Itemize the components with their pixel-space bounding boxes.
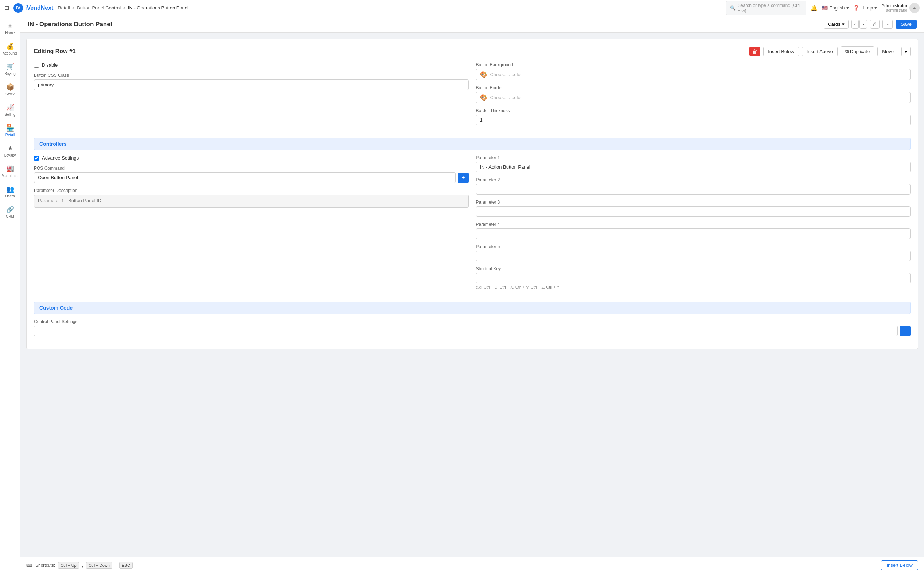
sidebar-item-label: Selling bbox=[5, 113, 15, 117]
sidebar-item-accounts[interactable]: 💰 Accounts bbox=[2, 39, 19, 58]
controllers-left: Advance Settings POS Command + Parameter… bbox=[34, 155, 469, 294]
breadcrumb: Retail > Button Panel Control > IN - Ope… bbox=[58, 5, 722, 11]
page-header-actions: Cards ▾ ‹ › ⎙ ··· Save bbox=[824, 20, 917, 29]
cards-label: Cards bbox=[828, 22, 841, 27]
control-panel-input[interactable] bbox=[34, 326, 898, 336]
user-sub: administrator bbox=[882, 8, 907, 13]
crm-icon: 🔗 bbox=[6, 205, 14, 213]
row-header: Editing Row #1 🗑 Insert Below Insert Abo… bbox=[34, 46, 910, 56]
search-bar[interactable]: 🔍 Search or type a command (Ctrl + G) bbox=[726, 1, 806, 15]
css-class-input[interactable] bbox=[34, 80, 469, 90]
breadcrumb-module[interactable]: Retail bbox=[58, 5, 70, 11]
sidebar-item-label: CRM bbox=[6, 214, 14, 219]
sidebar-item-manufacturing[interactable]: 🏭 Manufac... bbox=[2, 162, 19, 181]
expand-button[interactable]: ▾ bbox=[901, 47, 910, 56]
param-description-value: Parameter 1 - Button Panel ID bbox=[34, 194, 469, 208]
pos-command-field: POS Command + bbox=[34, 166, 469, 183]
control-panel-add-button[interactable]: + bbox=[900, 326, 910, 336]
app-logo[interactable]: iV iVendNext bbox=[14, 3, 53, 13]
sidebar-item-retail[interactable]: 🏪 Retail bbox=[2, 121, 19, 140]
more-button[interactable]: ··· bbox=[882, 20, 893, 29]
border-thickness-label: Border Thickness bbox=[476, 108, 911, 113]
control-panel-input-row: + bbox=[34, 326, 910, 336]
language-selector[interactable]: 🇺🇸 English ▾ bbox=[822, 5, 849, 11]
pos-command-label: POS Command bbox=[34, 166, 469, 171]
shortcut-key-field: Shortcut Key e.g. Ctrl + C, Ctrl + X, Ct… bbox=[476, 266, 911, 289]
loyalty-icon: ★ bbox=[7, 144, 13, 152]
left-column: Disable Button CSS Class bbox=[34, 62, 469, 130]
border-thickness-input[interactable] bbox=[476, 115, 911, 125]
sidebar-item-crm[interactable]: 🔗 CRM bbox=[2, 202, 19, 221]
duplicate-label: Duplicate bbox=[850, 49, 870, 54]
insert-below-button[interactable]: Insert Below bbox=[763, 47, 799, 56]
notifications-icon[interactable]: 🔔 bbox=[811, 5, 817, 11]
param3-label: Parameter 3 bbox=[476, 200, 911, 205]
css-class-field: Button CSS Class bbox=[34, 73, 469, 90]
user-name: Administrator bbox=[882, 3, 907, 8]
param3-field: Parameter 3 bbox=[476, 200, 911, 217]
grid-icon[interactable]: ⊞ bbox=[5, 5, 9, 11]
sidebar-item-label: Home bbox=[5, 31, 15, 35]
help-chevron-icon: ▾ bbox=[874, 5, 877, 11]
param2-label: Parameter 2 bbox=[476, 177, 911, 183]
cards-button[interactable]: Cards ▾ bbox=[824, 20, 849, 29]
sidebar-item-stock[interactable]: 📦 Stock bbox=[2, 80, 19, 99]
sidebar-item-buying[interactable]: 🛒 Buying bbox=[2, 60, 19, 79]
main-fields: Disable Button CSS Class Button Backgrou… bbox=[34, 62, 910, 130]
controllers-title: Controllers bbox=[39, 141, 67, 147]
advance-settings-checkbox[interactable] bbox=[34, 155, 39, 161]
move-button[interactable]: Move bbox=[877, 47, 899, 56]
shortcut-esc: ESC bbox=[119, 562, 133, 568]
logo-icon: iV bbox=[14, 3, 23, 13]
border-color-placeholder: Choose a color bbox=[490, 95, 522, 100]
param5-input[interactable] bbox=[476, 250, 911, 261]
main-area: IN - Operations Button Panel Cards ▾ ‹ ›… bbox=[20, 16, 924, 573]
sidebar-item-users[interactable]: 👥 Users bbox=[2, 182, 19, 201]
nav-actions: 🔔 🇺🇸 English ▾ ❓ Help ▾ Administrator ad… bbox=[811, 3, 919, 13]
user-menu[interactable]: Administrator administrator A bbox=[882, 3, 919, 13]
shortcut-ctrl-down: Ctrl + Down bbox=[86, 562, 112, 568]
color-wheel-icon: 🎨 bbox=[480, 71, 487, 78]
advance-settings-label: Advance Settings bbox=[42, 155, 79, 161]
save-button[interactable]: Save bbox=[896, 20, 917, 29]
buying-icon: 🛒 bbox=[6, 63, 14, 70]
param4-input[interactable] bbox=[476, 229, 911, 239]
print-button[interactable]: ⎙ bbox=[870, 20, 880, 29]
param1-input[interactable] bbox=[476, 162, 911, 172]
duplicate-button[interactable]: ⧉ Duplicate bbox=[841, 46, 874, 56]
delete-button[interactable]: 🗑 bbox=[750, 47, 760, 56]
button-background-color[interactable]: 🎨 Choose a color bbox=[476, 69, 911, 80]
param3-input[interactable] bbox=[476, 206, 911, 217]
help-button[interactable]: Help ▾ bbox=[863, 5, 877, 11]
stock-icon: 📦 bbox=[6, 83, 14, 91]
button-background-label: Button Background bbox=[476, 62, 911, 67]
param4-label: Parameter 4 bbox=[476, 222, 911, 227]
disable-checkbox[interactable] bbox=[34, 63, 39, 68]
advance-settings-row: Advance Settings bbox=[34, 155, 469, 161]
shortcut-key-input[interactable] bbox=[476, 273, 911, 283]
shortcut-sep1: , bbox=[82, 563, 83, 568]
next-arrow[interactable]: › bbox=[860, 20, 867, 29]
param-description-field: Parameter Description Parameter 1 - Butt… bbox=[34, 188, 469, 208]
prev-arrow[interactable]: ‹ bbox=[852, 20, 859, 29]
sidebar-item-home[interactable]: ⊞ Home bbox=[2, 19, 19, 38]
accounts-icon: 💰 bbox=[6, 42, 14, 50]
sidebar-item-label: Buying bbox=[5, 72, 16, 76]
selling-icon: 📈 bbox=[6, 103, 14, 111]
shortcuts-insert-below-button[interactable]: Insert Below bbox=[881, 560, 918, 570]
sidebar-item-selling[interactable]: 📈 Selling bbox=[2, 100, 19, 119]
control-panel-label: Control Panel Settings bbox=[34, 319, 910, 324]
param2-input[interactable] bbox=[476, 184, 911, 194]
sidebar-item-label: Stock bbox=[5, 92, 14, 96]
sidebar-item-label: Manufac... bbox=[2, 174, 19, 178]
sidebar-item-label: Accounts bbox=[3, 52, 17, 55]
sidebar: ⊞ Home 💰 Accounts 🛒 Buying 📦 Stock 📈 Sel… bbox=[0, 16, 20, 573]
pos-command-input[interactable] bbox=[34, 172, 456, 183]
breadcrumb-sep2: > bbox=[123, 5, 126, 11]
controllers-section: Controllers bbox=[34, 138, 910, 150]
button-border-color[interactable]: 🎨 Choose a color bbox=[476, 92, 911, 103]
sidebar-item-loyalty[interactable]: ★ Loyalty bbox=[2, 141, 19, 160]
insert-above-button[interactable]: Insert Above bbox=[802, 47, 838, 56]
pos-command-add-button[interactable]: + bbox=[458, 173, 468, 183]
breadcrumb-parent[interactable]: Button Panel Control bbox=[77, 5, 121, 11]
